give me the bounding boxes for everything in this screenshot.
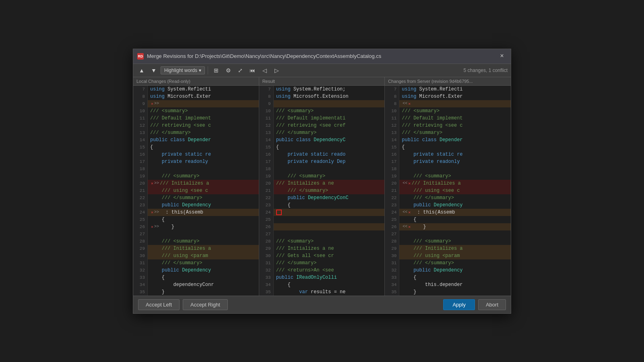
abort-button[interactable]: Abort: [478, 299, 506, 310]
accept-right-24-icon[interactable]: <<: [402, 210, 407, 214]
reject-left-icon[interactable]: ✕: [151, 101, 153, 106]
table-row: 23 {: [259, 202, 385, 209]
table-row: 28 /// <summary>: [385, 238, 511, 245]
table-row: 29 /// Initializes a ne: [259, 245, 385, 252]
toolbar: ▲ ▼ Highlight words ▾ ⊞ ⚙ ⤢ ⏮ ◁ ▷ 5 chan…: [133, 64, 511, 77]
first-change-button[interactable]: ⏮: [247, 66, 258, 75]
table-row: 25 {: [133, 216, 259, 223]
table-row: 17 private readonly: [133, 158, 259, 165]
table-row: 16 private static re: [385, 151, 511, 158]
reject-left-20-icon[interactable]: ✕: [151, 181, 153, 186]
table-row: 27: [133, 230, 259, 238]
table-row: 21 /// </summary>: [259, 187, 385, 194]
table-row: 10 /// <summary>: [259, 107, 385, 115]
apply-button[interactable]: Apply: [443, 299, 475, 310]
table-row: 10 /// <summary>: [385, 107, 511, 115]
table-row: 25 {: [385, 216, 511, 223]
table-row: 20 /// Initializes a ne: [259, 180, 385, 187]
table-row: 16 private static re: [133, 151, 259, 158]
table-row: 7 using System.Reflection;: [259, 86, 385, 93]
accept-right-20-icon[interactable]: <<: [402, 181, 407, 185]
table-row: 13 /// </summary>: [385, 129, 511, 136]
table-row: 35 }: [385, 288, 511, 296]
table-row: 10 /// <summary>: [133, 107, 259, 115]
table-row: 19 /// <summary>: [385, 173, 511, 180]
table-row: 33 public IReadOnlyColli: [259, 274, 385, 281]
table-row: 14 public class Depender: [133, 136, 259, 144]
table-row: 17 private readonly: [385, 158, 511, 165]
right-pane-header: Changes from Server (revision 9d4b6795..…: [385, 77, 511, 85]
table-row: 8 << ✕: [385, 100, 511, 107]
table-row: 22 public DependencyConC: [259, 194, 385, 202]
table-row: 26 ✕ >> }: [133, 223, 259, 230]
table-row: 12 /// retrieving <see c: [133, 122, 259, 129]
middle-code-lines: 7 using System.Reflection; 8 using Micro…: [259, 86, 385, 296]
table-row: 9: [259, 100, 385, 107]
table-row: 30 /// Gets all <see cr: [259, 252, 385, 259]
changes-text: 5 changes, 1 conflict: [464, 68, 508, 73]
table-row: 15 {: [385, 144, 511, 151]
expand-left-24-icon[interactable]: >>: [154, 210, 159, 214]
table-row: 13 /// </summary>: [259, 129, 385, 136]
table-row: 22 /// </summary>: [133, 194, 259, 202]
left-pane: 7 using System.Reflecti 8 using Microsof…: [133, 86, 259, 296]
table-row: 31 /// </summary>: [133, 259, 259, 267]
table-row: 18: [133, 165, 259, 173]
table-row: 35 var results = ne: [259, 288, 385, 296]
expand-left-icon[interactable]: >>: [154, 101, 159, 106]
table-row: 28 /// <summary>: [133, 238, 259, 245]
reject-right-24-icon[interactable]: ✕: [408, 210, 411, 215]
table-row: 7 using System.Reflecti: [133, 86, 259, 93]
table-row: 9 ✕ >>: [133, 100, 259, 107]
highlight-words-button[interactable]: Highlight words ▾: [161, 66, 205, 74]
reject-left-24-icon[interactable]: ✕: [151, 210, 153, 215]
accept-left-button[interactable]: Accept Left: [138, 299, 180, 310]
left-pane-header: Local Changes (Read-only): [133, 77, 259, 85]
table-row: 8 using Microsoft.Exter: [133, 93, 259, 100]
table-row: 28 /// <summary>: [259, 238, 385, 245]
table-row: 22 /// </summary>: [385, 194, 511, 202]
reject-right-20-icon[interactable]: ✕: [408, 181, 411, 186]
accept-right-button[interactable]: Accept Right: [183, 299, 228, 310]
prev-change-button[interactable]: ▲: [136, 66, 147, 75]
reject-right-26-icon[interactable]: ✕: [408, 224, 411, 229]
expand-left-26-icon[interactable]: >>: [154, 224, 159, 229]
expand-button[interactable]: ⤢: [235, 66, 246, 75]
table-row: 34 {: [259, 281, 385, 288]
next-change-button[interactable]: ▼: [149, 66, 159, 75]
app-icon: RD: [137, 53, 144, 60]
title-bar: RD Merge Revisions for D:\Projects\Git\D…: [133, 49, 511, 64]
table-row: 21 /// using <see c: [133, 187, 259, 194]
table-row: 17 private readonly Dep: [259, 158, 385, 165]
conflict-cursor-marker: [276, 210, 282, 215]
side-by-side-button[interactable]: ⊞: [211, 66, 221, 75]
table-row: 33 {: [133, 274, 259, 281]
editor-area: 7 using System.Reflecti 8 using Microsof…: [133, 86, 511, 296]
accept-right-all-button[interactable]: ▷: [271, 66, 282, 75]
table-row: 31 /// </summary>: [259, 259, 385, 267]
close-button[interactable]: ×: [497, 51, 507, 61]
table-row: 32 public Dependency: [385, 267, 511, 274]
table-row: 20 ✕ >> /// Initializes a: [133, 180, 259, 187]
table-row: 18: [259, 165, 385, 173]
separator-1: [208, 66, 208, 74]
accept-left-all-button[interactable]: ◁: [259, 66, 270, 75]
reject-right-icon[interactable]: ✕: [408, 101, 411, 106]
table-row: 32 public Dependency: [133, 267, 259, 274]
table-row: 14 public class DependencyC: [259, 136, 385, 144]
settings-button[interactable]: ⚙: [223, 66, 233, 75]
reject-left-26-icon[interactable]: ✕: [151, 224, 153, 229]
table-row: 20 << ✕ /// Initializes a: [385, 180, 511, 187]
table-row: 25: [259, 216, 385, 223]
expand-left-20-icon[interactable]: >>: [154, 181, 159, 185]
accept-right-icon[interactable]: <<: [402, 101, 407, 106]
table-row: 31 /// </summary>: [385, 259, 511, 267]
table-row: 34 dependencyConr: [133, 281, 259, 288]
table-row: 14 public class Depender: [385, 136, 511, 144]
accept-right-26-icon[interactable]: <<: [402, 224, 407, 229]
highlight-words-label: Highlight words: [164, 68, 197, 73]
table-row: 26 << ✕ }: [385, 223, 511, 230]
middle-pane-header: Result: [259, 77, 385, 85]
dropdown-icon: ▾: [199, 68, 201, 73]
middle-pane: 7 using System.Reflection; 8 using Micro…: [259, 86, 385, 296]
